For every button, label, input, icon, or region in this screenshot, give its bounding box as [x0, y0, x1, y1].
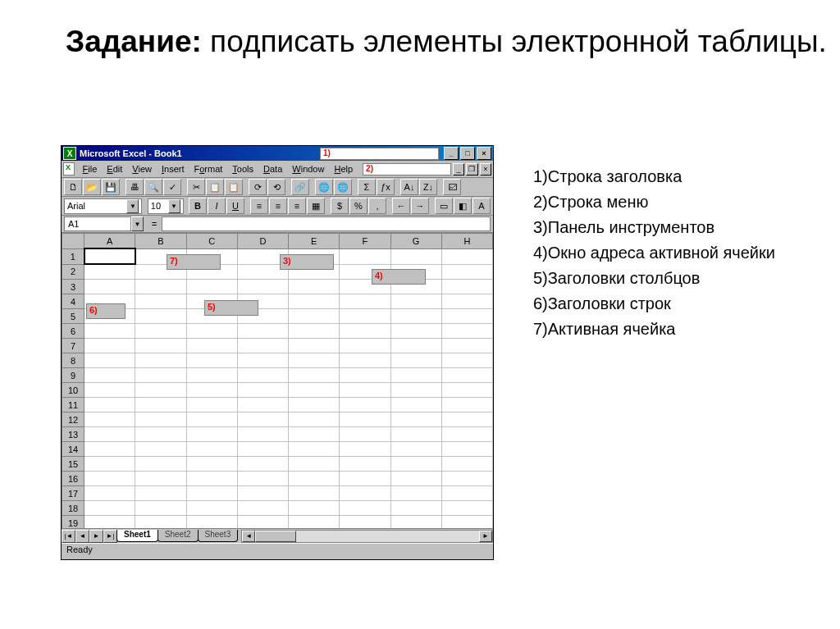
cell-F11[interactable]: [340, 398, 390, 412]
cell-G1[interactable]: [390, 248, 441, 264]
cell-G9[interactable]: [390, 368, 441, 383]
menu-file[interactable]: File: [78, 162, 103, 175]
cell-G10[interactable]: [390, 383, 441, 398]
cell-G16[interactable]: [390, 472, 441, 486]
column-header-H[interactable]: H: [441, 234, 492, 249]
cell-B19[interactable]: [135, 516, 186, 529]
cell-H6[interactable]: [441, 324, 492, 339]
menu-data[interactable]: Data: [258, 162, 287, 175]
cell-H18[interactable]: [441, 501, 492, 516]
cell-E18[interactable]: [289, 501, 340, 516]
cell-H1[interactable]: [441, 248, 492, 264]
toolbar-button-0[interactable]: 🗋: [64, 179, 82, 195]
cell-D9[interactable]: [237, 368, 288, 383]
cell-H12[interactable]: [441, 412, 492, 427]
cell-F1[interactable]: [340, 248, 390, 264]
cell-B16[interactable]: [135, 472, 186, 486]
cell-D16[interactable]: [237, 472, 288, 486]
cell-H7[interactable]: [441, 339, 492, 353]
toolbar-button-13[interactable]: 🌐: [334, 179, 352, 195]
maximize-button[interactable]: □: [460, 147, 475, 160]
cell-E19[interactable]: [289, 516, 340, 529]
select-all-corner[interactable]: [62, 234, 84, 249]
toolbar-button-8[interactable]: 📋: [225, 179, 243, 195]
format-button-4[interactable]: ≡: [269, 198, 287, 214]
toolbar-button-15[interactable]: ƒx: [377, 179, 395, 195]
column-header-E[interactable]: E: [289, 234, 340, 249]
toolbar-button-9[interactable]: ⟳: [249, 179, 267, 195]
toolbar-button-16[interactable]: A↓: [400, 179, 418, 195]
cell-F10[interactable]: [340, 383, 390, 398]
cell-D6[interactable]: [237, 324, 288, 339]
cell-D3[interactable]: [237, 280, 288, 294]
format-button-7[interactable]: $: [331, 198, 349, 214]
answer-slot-3[interactable]: 3): [280, 254, 334, 270]
cell-E9[interactable]: [289, 368, 340, 383]
cell-E14[interactable]: [289, 442, 340, 457]
cell-G6[interactable]: [390, 324, 441, 339]
format-button-0[interactable]: B: [189, 198, 207, 214]
cell-A1[interactable]: [84, 248, 135, 264]
cell-B9[interactable]: [135, 368, 186, 383]
cell-E6[interactable]: [289, 324, 340, 339]
cell-G19[interactable]: [390, 516, 441, 529]
cell-H5[interactable]: [441, 309, 492, 324]
column-header-B[interactable]: B: [135, 234, 186, 249]
row-header-6[interactable]: 6: [62, 324, 84, 339]
cell-E10[interactable]: [289, 383, 340, 398]
row-header-18[interactable]: 18: [62, 501, 84, 516]
cell-H13[interactable]: [441, 427, 492, 442]
cell-C17[interactable]: [186, 486, 237, 501]
cell-F19[interactable]: [340, 516, 390, 529]
cell-F4[interactable]: [340, 294, 390, 309]
cell-F15[interactable]: [340, 457, 390, 472]
cell-C10[interactable]: [186, 383, 237, 398]
menu-tools[interactable]: Tools: [227, 162, 258, 175]
menu-edit[interactable]: Edit: [102, 162, 127, 175]
mdi-close-button[interactable]: ×: [480, 163, 491, 175]
worksheet-grid[interactable]: ABCDEFGH12345678910111213141516171819 7)…: [62, 233, 493, 528]
scroll-right-button[interactable]: ►: [479, 531, 492, 542]
sheet-tab-3[interactable]: Sheet3: [198, 530, 239, 542]
row-header-4[interactable]: 4: [62, 294, 84, 309]
toolbar-button-6[interactable]: ✂: [187, 179, 205, 195]
cell-E5[interactable]: [289, 309, 340, 324]
cell-B18[interactable]: [135, 501, 186, 516]
cell-F7[interactable]: [340, 339, 390, 353]
format-button-10[interactable]: ←: [392, 198, 410, 214]
cell-E17[interactable]: [289, 486, 340, 501]
column-header-F[interactable]: F: [340, 234, 390, 249]
column-header-G[interactable]: G: [390, 234, 441, 249]
cell-B6[interactable]: [135, 324, 186, 339]
cell-E12[interactable]: [289, 412, 340, 427]
row-header-2[interactable]: 2: [62, 264, 84, 280]
column-header-C[interactable]: C: [186, 234, 237, 249]
tab-nav-first[interactable]: |◄: [62, 530, 75, 543]
cell-B3[interactable]: [135, 280, 186, 294]
cell-B15[interactable]: [135, 457, 186, 472]
format-button-9[interactable]: ,: [368, 198, 386, 214]
row-header-8[interactable]: 8: [62, 353, 84, 368]
cell-H16[interactable]: [441, 472, 492, 486]
toolbar-button-5[interactable]: ✓: [163, 179, 181, 195]
cell-C14[interactable]: [186, 442, 237, 457]
cell-E8[interactable]: [289, 353, 340, 368]
close-button[interactable]: ×: [477, 147, 491, 160]
cell-D18[interactable]: [237, 501, 288, 516]
cell-C15[interactable]: [186, 457, 237, 472]
cell-C9[interactable]: [186, 368, 237, 383]
format-button-13[interactable]: ◧: [454, 198, 472, 214]
answer-slot-2[interactable]: 2): [363, 163, 451, 175]
cell-A7[interactable]: [84, 339, 135, 353]
toolbar-button-7[interactable]: 📋: [206, 179, 224, 195]
row-header-11[interactable]: 11: [62, 398, 84, 412]
format-button-8[interactable]: %: [349, 198, 368, 214]
cell-B17[interactable]: [135, 486, 186, 501]
toolbar-button-14[interactable]: Σ: [358, 179, 376, 195]
format-button-14[interactable]: A: [472, 198, 491, 214]
cell-C6[interactable]: [186, 324, 237, 339]
toolbar-button-2[interactable]: 💾: [102, 179, 120, 195]
row-header-15[interactable]: 15: [62, 457, 84, 472]
format-button-11[interactable]: →: [411, 198, 429, 214]
cell-A19[interactable]: [84, 516, 135, 529]
